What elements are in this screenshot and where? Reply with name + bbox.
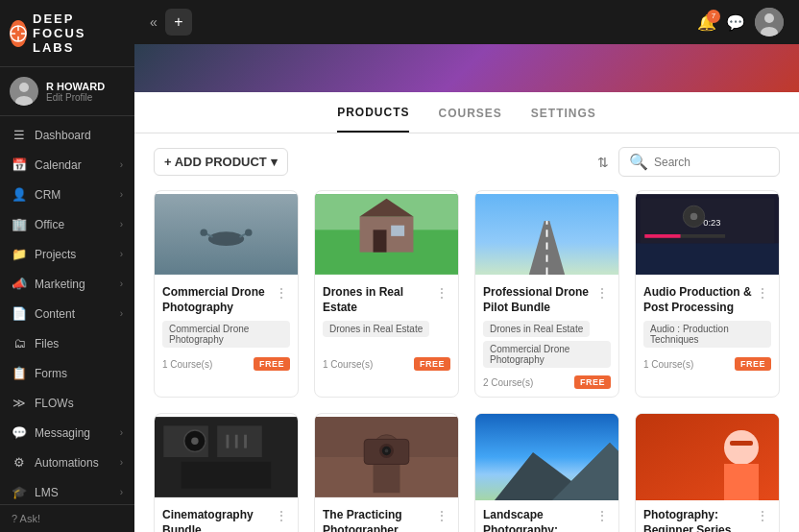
messages-button[interactable]: 💬 [726,13,745,32]
product-tag: Commercial Drone Photography [162,321,290,348]
sort-icon[interactable]: ⇅ [597,155,609,170]
nav-label: Forms [35,367,67,380]
user-avatar [10,77,38,106]
sidebar-item-dashboard[interactable]: ☰ Dashboard [0,120,134,150]
tab-settings[interactable]: SETTINGS [531,107,596,132]
sidebar-item-files[interactable]: 🗂 Files [0,328,134,358]
svg-point-34 [690,213,697,220]
product-card[interactable]: Landscape Photography: Basics ⋮ Landscap… [474,413,619,532]
chevron-icon: › [120,487,123,497]
product-title: Photography: Beginner Series [643,508,754,532]
chevron-down-icon: ▾ [271,155,278,169]
product-tag: Drones in Real Estate [483,321,590,337]
course-count: 1 Course(s) [323,359,373,370]
notifications-button[interactable]: 🔔 7 [697,13,716,32]
topbar-right: 🔔 7 💬 [697,8,784,36]
chevron-icon: › [120,249,123,259]
sidebar-item-calendar[interactable]: 📅 Calendar › [0,150,134,180]
product-tags: Drones in Real Estate [323,321,450,350]
content-area: PRODUCTS COURSES SETTINGS + ADD PRODUCT … [134,44,799,532]
product-menu-button[interactable]: ⋮ [593,285,611,301]
nav-label: Files [35,337,59,351]
product-menu-button[interactable]: ⋮ [433,285,450,301]
product-card[interactable]: Photography: Beginner Series ⋮ Photograp… [635,413,780,532]
product-menu-button[interactable]: ⋮ [433,508,450,523]
product-body: Audio Production & Post Processing ⋮ Aud… [636,278,779,378]
nav-icon: 📋 [12,366,27,380]
product-title: Commercial Drone Photography [162,285,273,315]
svg-rect-28 [636,243,779,275]
svg-point-12 [208,231,244,246]
product-body: Commercial Drone Photography ⋮ Commercia… [155,278,298,378]
product-menu-button[interactable]: ⋮ [593,508,611,523]
product-title: Drones in Real Estate [323,285,433,315]
chevron-icon: › [120,427,123,438]
product-image [636,414,779,500]
sidebar-item-crm[interactable]: 👤 CRM › [0,180,134,209]
course-count: 2 Course(s) [483,377,533,388]
sidebar-item-forms[interactable]: 📋 Forms [0,358,134,388]
product-card[interactable]: Commercial Drone Photography ⋮ Commercia… [154,190,299,398]
svg-rect-21 [374,230,387,252]
product-card[interactable]: Professional Drone Pilot Bundle ⋮ Drones… [474,190,619,398]
product-body: Landscape Photography: Basics ⋮ Landscap… [475,500,618,532]
chevron-icon: › [120,457,123,468]
product-header: Audio Production & Post Processing ⋮ [643,285,771,315]
product-image: ▶ 0:23 [636,191,779,278]
svg-rect-43 [244,435,247,448]
search-box: 🔍 [618,147,780,177]
add-button[interactable]: + [165,9,192,36]
svg-rect-47 [374,462,400,494]
product-header: Drones in Real Estate ⋮ [323,285,450,315]
nav-icon: ≫ [12,396,27,410]
product-card[interactable]: The Practicing Photographer ⋮ The Practi… [314,413,459,532]
search-input[interactable] [654,156,769,169]
sidebar-item-marketing[interactable]: 📣 Marketing › [0,269,134,299]
nav-label: Marketing [35,278,85,291]
sidebar-item-office[interactable]: 🏢 Office › [0,209,134,239]
product-card[interactable]: Drones in Real Estate ⋮ Drones in Real E… [314,190,459,398]
help-button[interactable]: ? Ask! [0,504,134,532]
product-card[interactable]: ▶ 0:23 Audio Production & Post Processin… [635,190,780,398]
product-menu-button[interactable]: ⋮ [273,285,290,301]
profile-avatar[interactable] [755,8,784,36]
add-product-button[interactable]: + ADD PRODUCT ▾ [154,148,288,176]
sidebar-item-lms[interactable]: 🎓 LMS › [0,477,134,504]
free-badge: FREE [574,375,611,389]
product-image [315,414,458,500]
nav-icon: 🗂 [12,336,27,351]
product-menu-button[interactable]: ⋮ [754,285,771,301]
nav-icon: 💬 [12,425,27,440]
product-menu-button[interactable]: ⋮ [273,508,290,523]
user-edit-link[interactable]: Edit Profile [46,92,105,103]
product-title: The Practicing Photographer [323,508,433,532]
product-header: Landscape Photography: Basics ⋮ [483,508,611,532]
notif-badge: 7 [707,10,720,23]
sidebar-item-flows[interactable]: ≫ FLOWs [0,388,134,418]
product-card[interactable]: Cinematography Bundle ⋮ Cinematography B… [154,413,299,532]
svg-rect-22 [391,226,404,236]
svg-point-8 [764,13,774,23]
tab-products[interactable]: PRODUCTS [337,106,409,133]
sidebar-item-content[interactable]: 📄 Content › [0,299,134,328]
sidebar-item-automations[interactable]: ⚙ Automations › [0,447,134,477]
svg-point-5 [19,83,29,92]
user-name: R HOWARD [46,81,105,92]
collapse-sidebar-button[interactable]: « [150,14,157,30]
product-menu-button[interactable]: ⋮ [754,508,771,523]
tab-courses[interactable]: COURSES [438,107,501,132]
sidebar-user[interactable]: R HOWARD Edit Profile [0,67,134,116]
topbar: « + 🔔 7 💬 [134,0,799,44]
nav-icon: 🏢 [12,217,27,231]
product-tag: Commercial Drone Photography [483,341,611,368]
nav-icon: 🎓 [12,485,27,499]
product-body: Drones in Real Estate ⋮ Drones in Real E… [315,278,458,378]
sidebar-logo: DEEP FOCUS LABS [0,0,134,67]
svg-point-3 [15,31,21,36]
course-count: 1 Course(s) [643,359,693,370]
sidebar-item-projects[interactable]: 📁 Projects › [0,239,134,269]
product-footer: 1 Course(s) FREE [643,357,771,371]
sidebar-navigation: ☰ Dashboard 📅 Calendar › 👤 CRM › 🏢 Offic… [0,116,134,504]
nav-icon: 👤 [12,187,27,202]
sidebar-item-messaging[interactable]: 💬 Messaging › [0,418,134,447]
